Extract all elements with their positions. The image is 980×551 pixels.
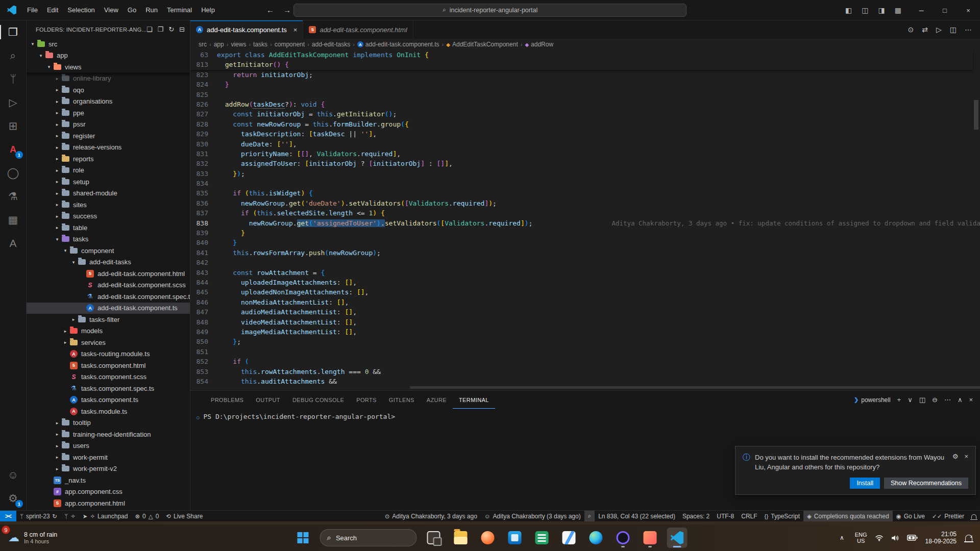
- tree-item[interactable]: ▸organisations: [27, 96, 190, 108]
- close-tab-icon[interactable]: ×: [293, 26, 298, 34]
- status-eol-sequence[interactable]: CRLF: [738, 511, 761, 521]
- split-editor-icon[interactable]: ◫: [950, 26, 957, 34]
- code-line-825[interactable]: 825: [190, 90, 973, 99]
- tree-item[interactable]: ▸table: [27, 222, 190, 234]
- code-line-852[interactable]: 852 if (: [190, 357, 973, 366]
- code-line-844[interactable]: 844 uploadedImageAttachments: [],: [190, 278, 973, 287]
- split-terminal-icon[interactable]: ◫: [919, 396, 925, 404]
- tree-item[interactable]: TS_nav.ts: [27, 474, 190, 486]
- status-language-mode[interactable]: {}TypeScript: [761, 511, 803, 521]
- tree-item[interactable]: ▸release-versions: [27, 142, 190, 154]
- activity-search-icon[interactable]: ⌕: [0, 44, 26, 67]
- breadcrumb-item[interactable]: Aadd-edit-task.component.ts: [357, 41, 439, 48]
- activity-explorer-icon[interactable]: ❐: [0, 20, 26, 44]
- tab-add-edit-task.component.html[interactable]: 5add-edit-task.component.html: [303, 20, 413, 39]
- tree-item[interactable]: ▾views: [27, 61, 190, 73]
- notification-close-icon[interactable]: ×: [964, 453, 968, 472]
- clock[interactable]: 21:0518-09-2025: [925, 531, 957, 545]
- menu-terminal[interactable]: Terminal: [162, 4, 197, 16]
- close-button[interactable]: ×: [957, 0, 980, 20]
- status-live-share[interactable]: ⟲Live Share: [162, 511, 206, 521]
- tree-item[interactable]: ⚗add-edit-task.component.spec.ts: [27, 291, 190, 303]
- menu-go[interactable]: Go: [123, 4, 141, 16]
- status-encoding[interactable]: UTF-8: [713, 511, 738, 521]
- breadcrumb-item[interactable]: component: [275, 41, 305, 48]
- breadcrumb-item[interactable]: ◆AddEditTaskComponent: [446, 41, 518, 48]
- status-git-branch[interactable]: ᛘsprint-23↻: [16, 511, 61, 521]
- tree-item[interactable]: ▸setup: [27, 176, 190, 188]
- vertical-scrollbar[interactable]: [974, 100, 978, 130]
- status-gitlens-compare[interactable]: ᛘ✧: [61, 511, 79, 521]
- tree-item[interactable]: ▸training-need-identification: [27, 429, 190, 440]
- code-line-831[interactable]: 831 priorityName: [[], Validators.requir…: [190, 149, 973, 159]
- tree-item[interactable]: ▸shared-module: [27, 188, 190, 199]
- activity-source-control-icon[interactable]: ᛘ: [0, 67, 26, 91]
- code-line-833[interactable]: 833 });: [190, 169, 973, 179]
- tree-item[interactable]: Atasks.module.ts: [27, 406, 190, 417]
- compare-changes-icon[interactable]: ⇄: [922, 26, 928, 34]
- tree-item[interactable]: ▸work-permit: [27, 452, 190, 463]
- tree-item[interactable]: ▾add-edit-tasks: [27, 257, 190, 268]
- panel-tab-problems[interactable]: PROBLEMS: [205, 391, 250, 409]
- office-app-button[interactable]: [532, 528, 552, 548]
- tree-item[interactable]: 5tasks.component.html: [27, 360, 190, 371]
- breadcrumb-item[interactable]: views: [231, 41, 246, 48]
- status-gitlens-launchpad[interactable]: ➤✧Launchpad: [79, 511, 132, 521]
- breadcrumb-item[interactable]: src: [199, 41, 207, 48]
- status-cursor-position[interactable]: Ln 838, Col 43 (22 selected): [595, 511, 679, 521]
- code-line-829[interactable]: 829 taskDescription: [taskDesc || ''],: [190, 129, 973, 139]
- code-line-835[interactable]: 835 if (this.isWidget) {: [190, 188, 973, 198]
- wifi-icon[interactable]: [875, 535, 884, 541]
- tree-item[interactable]: Atasks-routing.module.ts: [27, 348, 190, 360]
- activity-extensions-icon[interactable]: ⊞: [0, 114, 26, 138]
- panel-tab-debug-console[interactable]: DEBUG CONSOLE: [286, 391, 350, 409]
- code-line-836[interactable]: 836 newRowGroup.get('dueDate').setValida…: [190, 198, 973, 208]
- tab-add-edit-task.component.ts[interactable]: Aadd-edit-task.component.ts×: [190, 20, 303, 39]
- status-notifications-bell[interactable]: [968, 511, 980, 521]
- toggle-secondary-sidebar-icon[interactable]: ◨: [875, 5, 888, 16]
- nav-forward-icon[interactable]: →: [283, 6, 291, 14]
- new-terminal-icon[interactable]: +: [897, 396, 901, 404]
- code-line-813[interactable]: 813 getInitiator() {: [190, 60, 973, 69]
- code-line-823[interactable]: 823 return initiatorObj;: [190, 70, 973, 80]
- new-file-icon[interactable]: ❏: [146, 26, 153, 33]
- tree-item[interactable]: ▸role: [27, 165, 190, 177]
- tree-item[interactable]: ▸online-library: [27, 73, 190, 85]
- panel-tab-terminal[interactable]: TERMINAL: [453, 391, 495, 409]
- tree-item[interactable]: ▸sites: [27, 199, 190, 211]
- breadcrumb-item[interactable]: app: [214, 41, 224, 48]
- code-line-846[interactable]: 846 nonMediaAttachmentList: [],: [190, 297, 973, 307]
- code-line-63[interactable]: 63export class AddEditTaskComponent impl…: [190, 50, 973, 60]
- code-line-841[interactable]: 841 this.rowsFormArray.push(newRowGroup)…: [190, 248, 973, 258]
- battery-icon[interactable]: [907, 535, 918, 541]
- new-folder-icon[interactable]: ❐: [158, 26, 164, 33]
- menu-edit[interactable]: Edit: [42, 4, 63, 16]
- activity-angular-extension-icon[interactable]: A1: [0, 138, 26, 161]
- taskbar-search[interactable]: ⌕ Search: [320, 529, 417, 546]
- code-line-826[interactable]: 826 addRow(taskDesc?): void {: [190, 99, 973, 109]
- edge-button[interactable]: [586, 528, 606, 548]
- code-line-845[interactable]: 845 uploadedNonImageAttachments: [],: [190, 287, 973, 297]
- code-editor[interactable]: 823 return initiatorObj;824 }825826 addR…: [190, 50, 980, 390]
- status-blame-annotation[interactable]: ⊙Aditya Chakraborty, 3 days ago: [381, 511, 481, 521]
- status-prettier[interactable]: ✓✓Prettier: [928, 511, 968, 521]
- activity-accounts-icon[interactable]: ☺: [0, 463, 26, 487]
- tree-item[interactable]: ▾component: [27, 245, 190, 257]
- activity-azure-icon[interactable]: A: [0, 232, 26, 255]
- breadcrumb-item[interactable]: ◆addRow: [525, 41, 553, 48]
- start-button[interactable]: [293, 528, 313, 548]
- maximize-panel-icon[interactable]: ∧: [958, 396, 963, 404]
- breadcrumb-item[interactable]: tasks: [253, 41, 267, 48]
- code-line-828[interactable]: 828 const newRowGroup = this.formBuilder…: [190, 119, 973, 129]
- status-remote-indicator[interactable]: ><: [0, 511, 16, 521]
- kill-terminal-icon[interactable]: ⊖: [932, 396, 938, 404]
- code-line-848[interactable]: 848 videoMediaAttachmentList: [],: [190, 317, 973, 327]
- panel-tab-gitlens[interactable]: GITLENS: [383, 391, 421, 409]
- install-button[interactable]: Install: [850, 478, 880, 489]
- code-line-838[interactable]: 838 newRowGroup.get('assignedToUser').se…: [190, 218, 973, 228]
- menu-help[interactable]: Help: [197, 4, 219, 16]
- tree-item[interactable]: 5app.component.html: [27, 497, 190, 509]
- code-line-850[interactable]: 850 };: [190, 337, 973, 346]
- activity-remote-explorer-icon[interactable]: ▦: [0, 208, 26, 232]
- more-actions-icon[interactable]: ⋯: [965, 26, 972, 34]
